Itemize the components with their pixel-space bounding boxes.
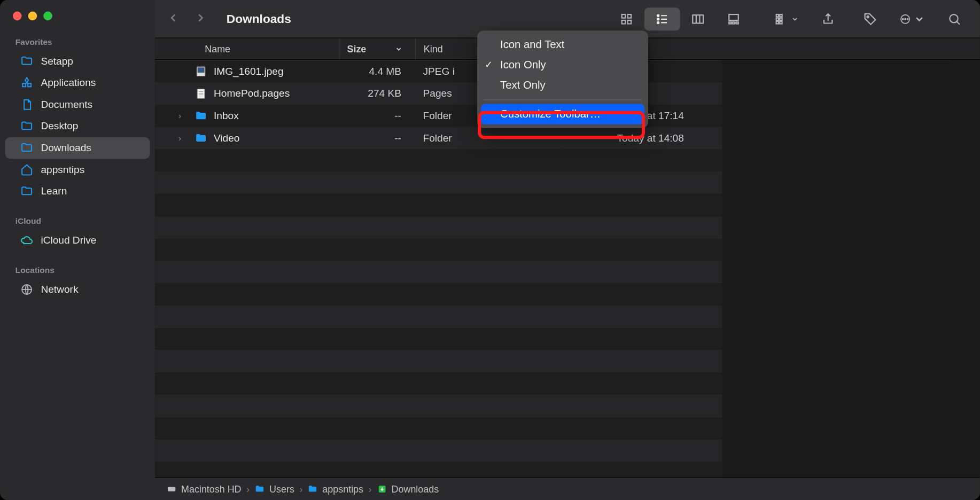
sidebar-item-setapp[interactable]: Setapp: [5, 50, 150, 72]
folder-icon: [195, 132, 207, 145]
group-button[interactable]: [774, 12, 798, 26]
svg-rect-22: [780, 18, 782, 20]
maximize-button[interactable]: [43, 11, 52, 20]
tags-button[interactable]: [858, 6, 883, 32]
path-segment-disk[interactable]: Macintosh HD: [167, 483, 242, 494]
sidebar-item-label: Learn: [41, 185, 67, 197]
folder-icon: [20, 142, 33, 154]
sidebar-item-downloads[interactable]: Downloads: [5, 137, 150, 159]
icon-view-button[interactable]: [609, 7, 644, 30]
gallery-view-button[interactable]: [716, 7, 752, 30]
globe-icon: [20, 283, 33, 296]
file-date: Today at 14:08: [543, 132, 722, 144]
file-size: 4.4 MB: [339, 65, 415, 76]
image-file-icon: [195, 65, 207, 77]
file-name: IMG_1601.jpeg: [214, 65, 284, 76]
sidebar-section-locations: Locations: [0, 260, 155, 279]
path-separator: ›: [246, 483, 250, 494]
svg-point-7: [657, 18, 659, 20]
svg-rect-16: [733, 22, 735, 24]
pages-file-icon: [195, 87, 207, 100]
apps-icon: [20, 76, 33, 89]
minimize-button[interactable]: [28, 11, 37, 20]
chevron-down-icon: [791, 15, 798, 22]
menu-item-icon-and-text[interactable]: Icon and Text: [477, 34, 648, 54]
sidebar-item-learn[interactable]: Learn: [5, 181, 150, 202]
home-folder-icon: [308, 484, 318, 494]
close-button[interactable]: [13, 11, 22, 20]
menu-item-text-only[interactable]: Text Only: [477, 75, 648, 96]
sidebar-item-network[interactable]: Network: [5, 279, 150, 301]
list-view-button[interactable]: [644, 7, 680, 30]
sidebar: Favorites Setapp Applications Documents …: [0, 0, 155, 500]
file-name: HomePod.pages: [214, 88, 290, 99]
menu-item-icon-only[interactable]: Icon Only: [477, 55, 648, 75]
svg-rect-11: [693, 15, 703, 23]
sidebar-item-label: Network: [41, 284, 78, 295]
share-button[interactable]: [815, 6, 841, 32]
svg-point-24: [867, 15, 868, 17]
finder-window: Favorites Setapp Applications Documents …: [0, 0, 980, 500]
view-mode-group: [609, 7, 751, 30]
file-size: --: [339, 110, 415, 121]
folder-icon: [195, 110, 207, 122]
table-row[interactable]: › Video -- Folder Today at 14:08: [155, 127, 722, 150]
folder-icon: [20, 185, 33, 198]
path-bar[interactable]: Macintosh HD › Users › appsntips › Downl…: [155, 477, 980, 500]
svg-rect-20: [776, 21, 779, 24]
sidebar-section-icloud: iCloud: [0, 211, 155, 230]
sidebar-item-icloud-drive[interactable]: iCloud Drive: [5, 230, 150, 252]
preview-pane: [722, 60, 979, 477]
document-icon: [20, 98, 33, 111]
path-separator: ›: [299, 483, 302, 494]
menu-separator: [484, 99, 642, 100]
disclosure-triangle[interactable]: ›: [172, 111, 188, 120]
file-name: Video: [214, 132, 240, 144]
svg-rect-3: [622, 20, 626, 24]
back-button[interactable]: [168, 12, 179, 26]
svg-rect-19: [776, 18, 779, 20]
svg-rect-4: [628, 20, 632, 24]
sidebar-item-label: Desktop: [41, 121, 78, 132]
svg-point-26: [903, 18, 904, 19]
sidebar-item-label: iCloud Drive: [41, 235, 96, 246]
sidebar-item-appsntips[interactable]: appsntips: [5, 159, 150, 181]
path-segment-home[interactable]: appsntips: [308, 483, 363, 494]
actions-button[interactable]: [899, 6, 925, 32]
sidebar-item-desktop[interactable]: Desktop: [5, 115, 150, 137]
disclosure-triangle[interactable]: ›: [172, 134, 188, 143]
chevron-down-icon: [914, 12, 925, 26]
folder-icon: [255, 484, 265, 494]
svg-rect-15: [729, 22, 731, 24]
cloud-icon: [20, 234, 33, 247]
svg-rect-2: [628, 14, 632, 18]
toolbar-context-menu: Icon and Text Icon Only Text Only Custom…: [477, 30, 648, 128]
svg-point-5: [657, 14, 659, 16]
sidebar-item-documents[interactable]: Documents: [5, 94, 150, 116]
path-separator: ›: [369, 483, 372, 494]
sidebar-item-label: Documents: [41, 99, 92, 110]
col-size[interactable]: Size: [339, 38, 415, 59]
column-view-button[interactable]: [680, 7, 716, 30]
svg-rect-33: [197, 89, 205, 98]
search-button[interactable]: [942, 6, 967, 32]
forward-button[interactable]: [195, 12, 206, 26]
sidebar-item-label: appsntips: [41, 164, 84, 175]
sidebar-item-label: Setapp: [41, 56, 73, 67]
sidebar-item-applications[interactable]: Applications: [5, 72, 150, 94]
svg-rect-21: [780, 14, 782, 16]
svg-rect-14: [729, 14, 738, 20]
house-icon: [20, 163, 33, 176]
chevron-down-icon: [395, 45, 402, 52]
svg-rect-18: [776, 14, 779, 16]
svg-rect-17: [736, 22, 738, 24]
file-kind: Folder: [415, 132, 543, 144]
path-segment-users[interactable]: Users: [255, 483, 294, 494]
folder-icon: [20, 55, 33, 68]
window-controls: [0, 9, 155, 32]
folder-icon: [20, 120, 33, 132]
path-segment-downloads[interactable]: Downloads: [377, 483, 439, 494]
menu-item-customize-toolbar[interactable]: Customize Toolbar…: [481, 104, 644, 124]
sidebar-item-label: Applications: [41, 77, 96, 88]
col-name[interactable]: Name: [155, 43, 339, 54]
